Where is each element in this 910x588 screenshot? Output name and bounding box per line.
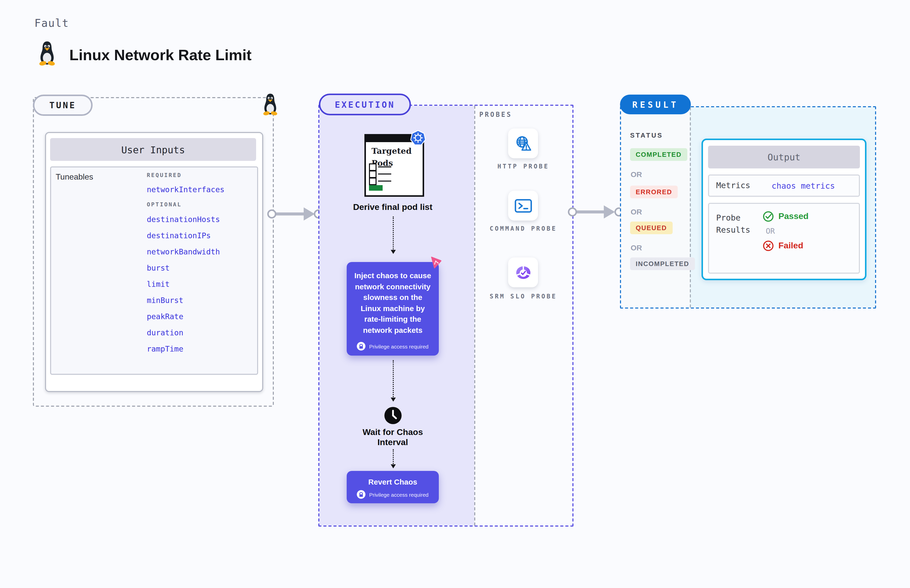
lock-icon [357,490,366,499]
failed-row: Failed [763,240,808,251]
output-title: Output [768,152,800,162]
output-card: Output Metrics chaos metrics Probe Resul… [701,139,866,280]
result-separator [690,107,691,307]
wait-label-line1: Wait for Chaos [352,427,433,438]
command-probe-label: COMMAND PROBE [488,225,559,233]
tuneable-link-networkBandwidth[interactable]: networkBandwidth [147,247,253,257]
derive-pod-list-label: Derive final pod list [352,202,433,212]
wait-label-line2: Interval [352,438,433,447]
privilege-required-label: Privilege access required [369,343,429,349]
srm-slo-probe-label: SRM SLO PROBE [488,292,559,300]
user-inputs-title: User Inputs [121,144,185,155]
output-header: Output [708,146,860,168]
execution-badge: EXECUTION [319,94,411,115]
tuneable-link-burst[interactable]: burst [147,263,253,273]
wait-for-chaos-label: Wait for Chaos Interval [352,427,433,447]
tuneable-link-duration[interactable]: duration [147,328,253,338]
x-circle-icon [763,240,774,251]
probe-results-label: Probe Results [716,212,763,273]
status-label: STATUS [630,131,663,139]
flow-arrow [393,216,394,253]
user-inputs-header: User Inputs [50,138,256,161]
failed-label: Failed [779,241,803,251]
flow-arrow [393,360,394,401]
execution-badge-label: EXECUTION [335,99,395,110]
clock-icon [384,407,402,424]
revert-chaos-label: Revert Chaos [347,471,439,487]
tune-badge: TUNE [33,95,92,116]
privilege-required-row: Privilege access required [347,342,439,351]
fault-diagram: Fault Linux Network Rate Limit TUNE User… [0,0,910,588]
or-label: OR [766,226,808,236]
flow-arrow [393,449,394,467]
http-probe-card [508,128,538,158]
globe-alert-icon [514,135,532,152]
tuneable-link-minBurst[interactable]: minBurst [147,296,253,305]
chaos-fault-icon [429,256,442,269]
check-circle-icon [763,211,774,222]
status-badge-completed: COMPLETED [630,148,687,161]
tuneable-link-destinationIPs[interactable]: destinationIPs [147,231,253,240]
or-label: OR [631,170,642,179]
tuneables-label: Tuneables [56,173,93,182]
result-badge-label: RESULT [632,99,679,110]
lock-icon [357,342,366,351]
status-badge-incompleted: INCOMPLETED [630,257,695,270]
tuneable-link-limit[interactable]: limit [147,280,253,289]
chaos-metrics-link[interactable]: chaos metrics [772,181,835,191]
revert-chaos-step: Revert Chaos Privilege access required [347,471,439,503]
tuneable-link-rampTime[interactable]: rampTime [147,344,253,354]
slo-gauge-icon [514,263,532,281]
tuneable-link-destinationHosts[interactable]: destinationHosts [147,215,253,224]
or-label: OR [631,243,642,252]
probe-results-values: Passed OR Failed [763,211,808,273]
optional-label: OPTIONAL [147,201,253,208]
terminal-icon [514,198,532,213]
targeted-pods-title-line1: Targeted [371,145,423,157]
status-badge-errored: ERRORED [630,186,678,198]
passed-label: Passed [779,212,808,221]
privilege-required-label: Privilege access required [369,491,429,498]
tune-badge-label: TUNE [49,100,76,110]
page-title: Linux Network Rate Limit [69,47,251,64]
http-probe-label: HTTP PROBE [488,162,559,170]
pod-progress-bar [369,185,383,191]
tuneables-list: REQUIRED networkInterfaces OPTIONAL dest… [147,172,253,354]
privilege-required-row: Privilege access required [347,490,439,499]
probes-separator [474,106,475,525]
metrics-label: Metrics [716,179,750,192]
kubernetes-icon [410,130,426,146]
pod-checkbox [369,170,377,178]
inject-chaos-text: Inject chaos to cause network connectivi… [347,262,439,335]
targeted-pods-title-line2: Pods [371,157,423,170]
probe-results-row: Probe Results Passed OR Faile [708,203,860,274]
metrics-row: Metrics chaos metrics [708,174,860,197]
tuneable-link-peakRate[interactable]: peakRate [147,312,253,321]
probes-section-label: PROBES [479,111,512,118]
linux-tux-corner-icon [262,92,279,116]
pod-checkbox [369,163,377,171]
fault-eyebrow: Fault [34,17,69,29]
status-badge-queued: QUEUED [630,221,672,234]
inject-chaos-step: Inject chaos to cause network connectivi… [347,262,439,355]
srm-slo-probe-card [508,257,538,287]
tuneable-link-networkInterfaces[interactable]: networkInterfaces [147,185,253,194]
passed-row: Passed [763,211,808,222]
required-label: REQUIRED [147,172,253,179]
result-badge: RESULT [620,95,691,114]
or-label: OR [631,207,642,216]
linux-tux-icon [37,40,57,66]
pod-checkbox [369,178,377,185]
command-probe-card [508,191,538,221]
